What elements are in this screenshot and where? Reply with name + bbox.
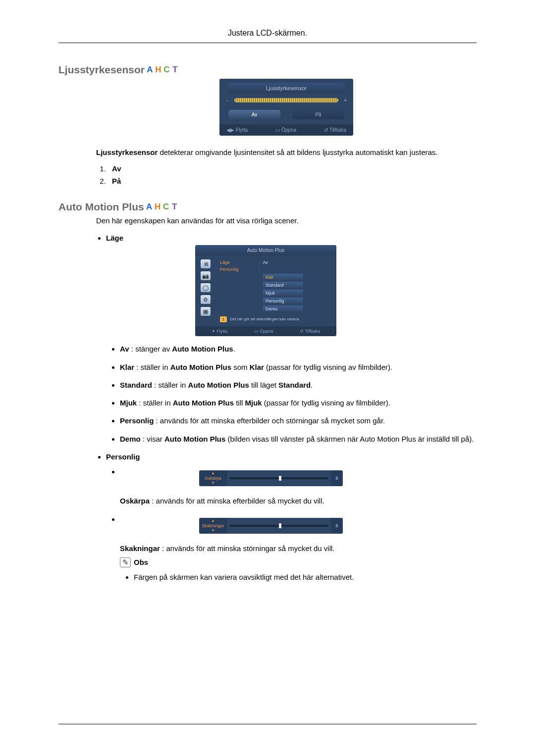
- ahct-icon: AHCT: [146, 65, 179, 75]
- note-icon: ✎: [120, 557, 131, 567]
- slider-handle[interactable]: [279, 523, 281, 528]
- list-item: Personlig : används för att minska efter…: [120, 416, 477, 426]
- personlig-sliders: ▲ Oskärpa ▼ 5 Oskärpa : används för att …: [120, 467, 477, 582]
- list-item: Standard : ställer in Auto Motion Plus t…: [120, 380, 477, 390]
- section1-list: Av På: [108, 164, 477, 185]
- chevron-up-icon[interactable]: ▲: [211, 519, 215, 523]
- list-item: Färgen på skärmen kan variera oavsiktlig…: [134, 572, 477, 582]
- section-title-ljusstyrkesensor: Ljusstyrkesensor AHCT: [58, 64, 477, 76]
- brightness-slider[interactable]: [234, 98, 338, 102]
- section1-desc: Ljusstyrkesensor detekterar omgivande lj…: [96, 148, 477, 157]
- section-title-automotionplus: Auto Motion Plus AHCT: [58, 201, 477, 213]
- foot-back: ↺ Tillbaka: [324, 127, 346, 133]
- mode-root: Läge Auto Motion Plus 🖥 📷 ◯ ⚙ ▦: [106, 233, 477, 583]
- osd-opt-demo[interactable]: Demo: [263, 305, 303, 312]
- osd-opt-mjuk[interactable]: Mjuk: [263, 290, 303, 297]
- list-item: ▲ Oskärpa ▼ 5 Oskärpa : används för att …: [120, 467, 477, 506]
- osd-opt-standard[interactable]: Standard: [263, 282, 303, 289]
- page-footer: [58, 724, 477, 724]
- osd-title: Ljusstyrkesensor: [227, 83, 345, 94]
- obs-label: Obs: [134, 557, 148, 567]
- title-text: Auto Motion Plus: [58, 201, 144, 213]
- stack-icon[interactable]: ▦: [201, 307, 211, 316]
- minus-icon[interactable]: -: [224, 98, 230, 103]
- chevron-down-icon[interactable]: ▼: [211, 481, 215, 485]
- osd-footer: ◀▶ Flytta ▭ Öppna ↺ Tillbaka: [219, 124, 353, 136]
- slider-oskarpa[interactable]: ▲ Oskärpa ▼ 5: [199, 470, 343, 486]
- osd-slider-row: - +: [223, 94, 349, 110]
- mode-options: Av : stänger av Auto Motion Plus. Klar :…: [120, 344, 477, 444]
- list-item: Demo : visar Auto Motion Plus (bilden vi…: [120, 434, 477, 444]
- mode-label: Läge: [106, 234, 123, 242]
- personlig-item: Personlig ▲ Oskärpa ▼ 5 Oskärpa :: [106, 452, 477, 583]
- osd-row-personlig: Personlig:: [220, 266, 332, 272]
- foot-move: ◀▶ Flytta: [226, 127, 248, 133]
- option-pa[interactable]: På: [292, 110, 344, 119]
- document-page: Justera LCD-skärmen. Ljusstyrkesensor AH…: [0, 0, 535, 756]
- section1-content: Ljusstyrkesensor - + Av På ◀▶ Flytta ▭ Ö…: [96, 79, 477, 185]
- osd-side-icons: 🖥 📷 ◯ ⚙ ▦: [195, 255, 216, 326]
- title-text: Ljusstyrkesensor: [58, 64, 145, 76]
- osd-opt-personlig[interactable]: Personlig: [263, 298, 303, 304]
- osd-automotionplus: Auto Motion Plus 🖥 📷 ◯ ⚙ ▦ Läge:: [195, 245, 336, 337]
- photo-icon[interactable]: 📷: [201, 271, 211, 280]
- warning-icon: !: [220, 316, 227, 322]
- slider-value: 5: [331, 518, 343, 534]
- list-item: Mjuk : ställer in Auto Motion Plus till …: [120, 398, 477, 408]
- option-av[interactable]: Av: [228, 110, 280, 119]
- osd-row-mode: Läge: Av: [220, 259, 332, 265]
- osd-warning: ! Det här gör att skärmfärgen kan varier…: [220, 316, 332, 322]
- picture-icon[interactable]: 🖥: [201, 259, 211, 268]
- section2-content: Den här egenskapen kan användas för att …: [96, 216, 477, 582]
- list-item: Av: [108, 164, 477, 173]
- ahct-icon: AHCT: [145, 202, 179, 212]
- section2-intro: Den här egenskapen kan användas för att …: [96, 216, 477, 226]
- list-item: Av : stänger av Auto Motion Plus.: [120, 344, 477, 354]
- foot-open: ▭ Öppna: [275, 127, 296, 133]
- foot-back: ↺ Tillbaka: [300, 328, 320, 334]
- foot-move: ✦ Flytta: [212, 328, 228, 334]
- list-item: På: [108, 177, 477, 185]
- osd-ljusstyrkesensor: Ljusstyrkesensor - + Av På ◀▶ Flytta ▭ Ö…: [219, 79, 353, 136]
- mode-item: Läge Auto Motion Plus 🖥 📷 ◯ ⚙ ▦: [106, 233, 477, 444]
- osd-opt-klar[interactable]: Klar: [263, 274, 303, 281]
- gear-icon[interactable]: ⚙: [201, 295, 211, 304]
- slider-label: Skakningar: [202, 523, 224, 529]
- circle-icon[interactable]: ◯: [201, 283, 211, 292]
- osd-footer: ✦ Flytta ▭ Öppna ↺ Tillbaka: [195, 326, 336, 336]
- osd-options: Av På: [223, 110, 349, 124]
- list-item: Klar : ställer in Auto Motion Plus som K…: [120, 362, 477, 372]
- osd-title: Auto Motion Plus: [195, 245, 336, 256]
- page-header: Justera LCD-skärmen.: [58, 29, 477, 43]
- slider-skakningar[interactable]: ▲ Skakningar ▼ 5: [199, 518, 343, 534]
- personlig-label: Personlig: [106, 453, 140, 461]
- slider-value: 5: [331, 470, 343, 486]
- obs-row: ✎ Obs: [120, 557, 477, 567]
- obs-list: Färgen på skärmen kan variera oavsiktlig…: [134, 572, 477, 582]
- list-item: ▲ Skakningar ▼ 5 Skakningar : används fö…: [120, 514, 477, 583]
- foot-open: ▭ Öppna: [254, 328, 273, 334]
- plus-icon[interactable]: +: [342, 98, 348, 103]
- chevron-down-icon[interactable]: ▼: [211, 529, 215, 533]
- chevron-up-icon[interactable]: ▲: [211, 471, 215, 475]
- slider-handle[interactable]: [279, 476, 281, 481]
